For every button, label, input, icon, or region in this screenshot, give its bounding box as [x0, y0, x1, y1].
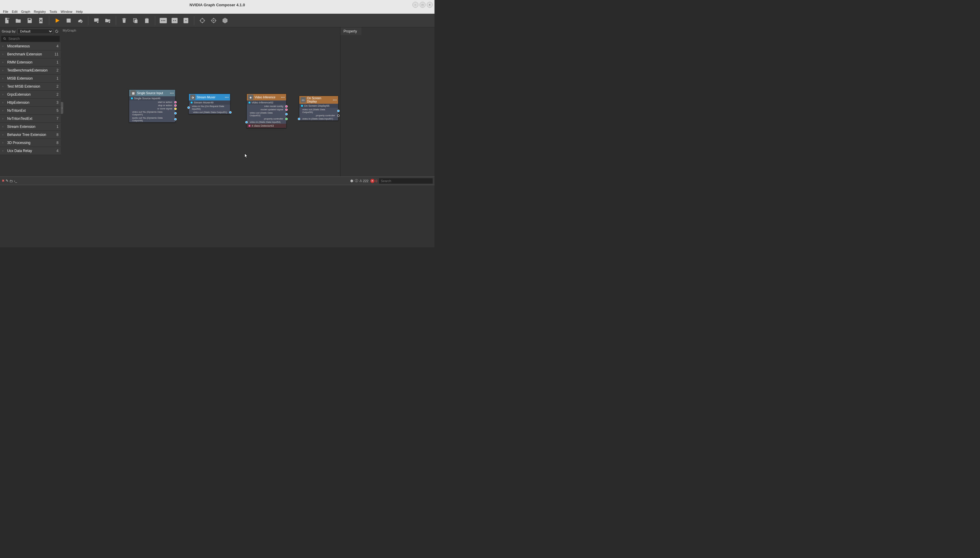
- clipboard-icon[interactable]: [142, 16, 151, 25]
- status-folder-icon[interactable]: 🗀: [10, 179, 13, 183]
- port-out[interactable]: [285, 113, 288, 115]
- property-tab[interactable]: Property: [341, 28, 361, 35]
- open-folder-icon[interactable]: [14, 16, 23, 25]
- copy-icon[interactable]: [131, 16, 140, 25]
- save-icon[interactable]: [25, 16, 34, 25]
- cloud-check-icon[interactable]: [76, 16, 84, 25]
- two-dot-box-icon[interactable]: [170, 16, 179, 25]
- warning-icon[interactable]: ⚠: [359, 179, 362, 183]
- port-row[interactable]: audio out %u (Dynamic Data Output48): [129, 116, 175, 122]
- category-item[interactable]: ›NvTritonExt5: [0, 107, 61, 115]
- one-dot-box-icon[interactable]: [181, 16, 190, 25]
- ellipsis-box-icon[interactable]: [159, 16, 168, 25]
- play-icon[interactable]: [53, 16, 62, 25]
- status-terminal-icon[interactable]: ›_: [14, 179, 17, 183]
- category-item[interactable]: ›RMM Extension1: [0, 58, 61, 66]
- menu-window[interactable]: Window: [59, 10, 74, 13]
- port-in[interactable]: [245, 121, 248, 123]
- stop-icon[interactable]: [64, 16, 73, 25]
- node-on-screen-display[interactable]: ▭On Screen Display••• On Screen Display5…: [299, 96, 338, 121]
- category-item[interactable]: ›Miscellaneous4: [0, 42, 61, 50]
- port-out[interactable]: [174, 112, 177, 115]
- menu-tools[interactable]: Tools: [48, 10, 59, 13]
- port-out[interactable]: [174, 101, 177, 103]
- menu-edit[interactable]: Edit: [10, 10, 20, 13]
- port-out[interactable]: [285, 108, 288, 111]
- cube-icon[interactable]: [221, 16, 229, 25]
- sidebar-search-input[interactable]: [8, 37, 58, 41]
- menu-help[interactable]: Help: [74, 10, 84, 13]
- port-out[interactable]: [285, 118, 288, 120]
- delete-file-icon[interactable]: [36, 16, 45, 25]
- category-item[interactable]: ›MISB Extension1: [0, 74, 61, 82]
- menu-graph[interactable]: Graph: [20, 10, 32, 13]
- minimize-button[interactable]: −: [412, 2, 418, 8]
- port-out[interactable]: [174, 104, 177, 107]
- port-row[interactable]: video in %u (On Request Data Input50): [189, 105, 230, 111]
- port-out[interactable]: [174, 118, 177, 120]
- category-item[interactable]: ›3D Processing8: [0, 139, 61, 147]
- category-item[interactable]: ›Test MISB Extension2: [0, 82, 61, 90]
- port-in[interactable]: [298, 118, 300, 120]
- port-row[interactable]: start sr action: [129, 100, 175, 104]
- port-row[interactable]: model updated signal: [247, 108, 286, 111]
- port-out[interactable]: [285, 105, 288, 108]
- menu-file[interactable]: File: [1, 10, 10, 13]
- port-row[interactable]: property controller: [247, 117, 286, 120]
- menu-registry[interactable]: Registry: [32, 10, 48, 13]
- trash-icon[interactable]: [120, 16, 128, 25]
- node-single-source-input[interactable]: ▦Single Source Input••• Single Source In…: [129, 89, 175, 123]
- node-menu-icon[interactable]: •••: [281, 96, 285, 99]
- port-out[interactable]: [229, 111, 232, 113]
- port-out[interactable]: [174, 108, 177, 110]
- category-item[interactable]: ›TestBenchmarkExtension2: [0, 66, 61, 74]
- node-stream-muxer[interactable]: ⬗Stream Muxer••• Stream Muxer49 video in…: [189, 94, 231, 114]
- category-item[interactable]: ›Stream Extension1: [0, 123, 61, 131]
- category-item[interactable]: ›Benchmark Extension11: [0, 50, 61, 58]
- category-item[interactable]: ›Ucx Data Relay4: [0, 147, 61, 155]
- node-video-inference[interactable]: ◈Video Inference••• Video Inference52 in…: [247, 94, 287, 128]
- target-dot-icon[interactable]: [209, 16, 218, 25]
- target-icon[interactable]: [198, 16, 207, 25]
- port-row[interactable]: video out (Static Data Output56): [299, 108, 338, 114]
- maximize-button[interactable]: □: [420, 2, 425, 8]
- port-out[interactable]: [337, 115, 339, 117]
- category-count: 4: [56, 44, 58, 48]
- port-in[interactable]: [188, 107, 190, 109]
- node-menu-icon[interactable]: •••: [333, 98, 337, 102]
- category-item[interactable]: ›HttpExtension3: [0, 98, 61, 107]
- port-row[interactable]: video out (Static Data Output51): [189, 111, 230, 114]
- svg-point-18: [186, 20, 186, 21]
- node-menu-icon[interactable]: •••: [225, 96, 229, 99]
- port-row[interactable]: video in (Static Data Input54): [247, 120, 286, 124]
- category-item[interactable]: ›NvTritonTestExt7: [0, 115, 61, 123]
- status-info-icon[interactable]: ⓘ: [355, 179, 358, 183]
- refresh-icon[interactable]: [54, 29, 59, 34]
- port-row[interactable]: sr done signal: [129, 107, 175, 110]
- category-item[interactable]: ›GrpcExtension2: [0, 90, 61, 98]
- panel-collapse-handle[interactable]: ‹: [61, 102, 63, 114]
- port-row[interactable]: infer model config: [247, 105, 286, 108]
- canvas-tab[interactable]: MyGraph: [61, 28, 77, 33]
- port-row[interactable]: video out %u (Dynamic Data Output47): [129, 110, 175, 116]
- close-button[interactable]: ×: [427, 2, 433, 8]
- port-out[interactable]: [337, 110, 339, 112]
- download-icon[interactable]: [92, 16, 101, 25]
- node-menu-icon[interactable]: •••: [170, 92, 174, 95]
- status-activity-icon[interactable]: ✱: [350, 179, 354, 183]
- groupby-select[interactable]: Default: [17, 29, 53, 34]
- sidebar-search[interactable]: [1, 36, 60, 42]
- upload-folder-icon[interactable]: [103, 16, 112, 25]
- graph-canvas[interactable]: MyGraph ‹ ▦Single Source Input••• Single…: [61, 28, 340, 176]
- error-icon[interactable]: ✕: [371, 179, 374, 183]
- status-close-icon[interactable]: ✖: [2, 179, 5, 183]
- node-icon: ▭: [300, 97, 306, 103]
- port-row[interactable]: video out (Static Data Output53): [247, 111, 286, 117]
- port-row[interactable]: property controller: [299, 114, 338, 117]
- port-row[interactable]: video in (Static Data Input57): [299, 117, 338, 120]
- category-item[interactable]: ›Behavior Tree Extension8: [0, 131, 61, 139]
- status-search-input[interactable]: [379, 178, 433, 184]
- new-file-icon[interactable]: +: [2, 16, 12, 25]
- status-edit-icon[interactable]: ✎: [6, 179, 8, 183]
- port-row[interactable]: stop sr action: [129, 104, 175, 107]
